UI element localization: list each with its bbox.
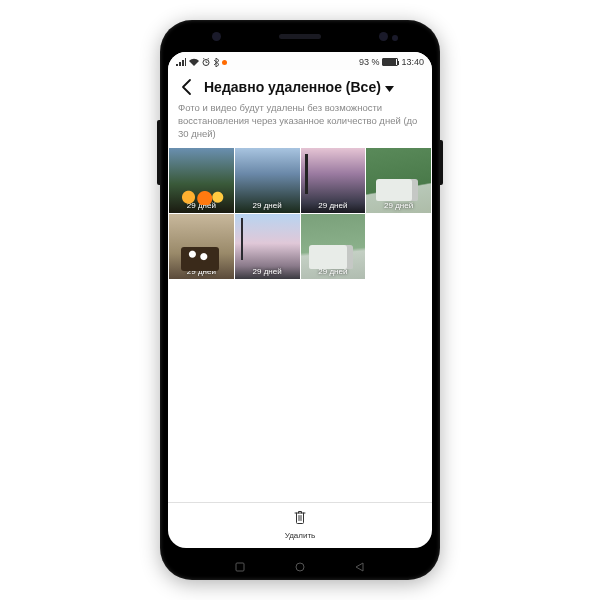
photo-thumbnail[interactable]: 29 дней <box>169 214 234 279</box>
photo-thumbnail[interactable]: 29 дней <box>301 148 366 213</box>
status-right: 93 % 13:40 <box>359 57 424 67</box>
trash-icon <box>292 509 308 529</box>
phone-frame: 93 % 13:40 Недавно удаленное (Все) Фото … <box>160 20 440 580</box>
days-remaining-label: 29 дней <box>169 201 234 210</box>
wifi-icon <box>189 58 199 66</box>
days-remaining-label: 29 дней <box>301 201 366 210</box>
back-nav-button[interactable] <box>355 558 365 568</box>
days-remaining-label: 29 дней <box>366 201 431 210</box>
delete-button[interactable]: Удалить <box>285 509 316 540</box>
earpiece-speaker <box>279 34 321 39</box>
days-remaining-label: 29 дней <box>301 267 366 276</box>
delete-label: Удалить <box>285 531 316 540</box>
status-left <box>176 58 227 67</box>
clock: 13:40 <box>401 57 424 67</box>
svg-point-2 <box>296 563 304 571</box>
photo-thumbnail[interactable]: 29 дней <box>366 148 431 213</box>
status-bar: 93 % 13:40 <box>168 52 432 70</box>
days-remaining-label: 29 дней <box>235 201 300 210</box>
days-remaining-label: 29 дней <box>169 267 234 276</box>
info-description: Фото и видео будут удалены без возможнос… <box>168 102 432 148</box>
recents-button[interactable] <box>235 558 245 568</box>
screen: 93 % 13:40 Недавно удаленное (Все) Фото … <box>168 52 432 548</box>
sensor-small-icon <box>392 35 398 41</box>
bluetooth-icon <box>213 58 219 67</box>
back-button[interactable] <box>178 78 196 96</box>
battery-icon <box>382 58 398 66</box>
notification-dot-icon <box>222 60 227 65</box>
home-button[interactable] <box>295 558 305 568</box>
photo-thumbnail[interactable]: 29 дней <box>235 214 300 279</box>
signal-icon <box>176 58 186 66</box>
svg-rect-1 <box>236 563 244 571</box>
content-spacer <box>168 279 432 502</box>
dropdown-triangle-icon <box>385 79 394 95</box>
photo-thumbnail[interactable]: 29 дней <box>235 148 300 213</box>
top-sensors <box>160 34 440 39</box>
page-title-dropdown[interactable]: Недавно удаленное (Все) <box>204 79 394 95</box>
page-title: Недавно удаленное (Все) <box>204 79 381 95</box>
photo-thumbnail[interactable]: 29 дней <box>169 148 234 213</box>
sensor-icon <box>379 32 388 41</box>
bottom-toolbar: Удалить <box>168 502 432 548</box>
front-camera-icon <box>212 32 221 41</box>
app-header: Недавно удаленное (Все) <box>168 70 432 102</box>
nav-bar <box>160 558 440 568</box>
days-remaining-label: 29 дней <box>235 267 300 276</box>
volume-rocker <box>157 120 160 185</box>
battery-percent: 93 % <box>359 57 380 67</box>
alarm-icon <box>202 58 210 66</box>
photo-grid: 29 дней 29 дней 29 дней 29 дней 29 дней … <box>168 148 432 279</box>
photo-thumbnail[interactable]: 29 дней <box>301 214 366 279</box>
power-button <box>440 140 443 185</box>
